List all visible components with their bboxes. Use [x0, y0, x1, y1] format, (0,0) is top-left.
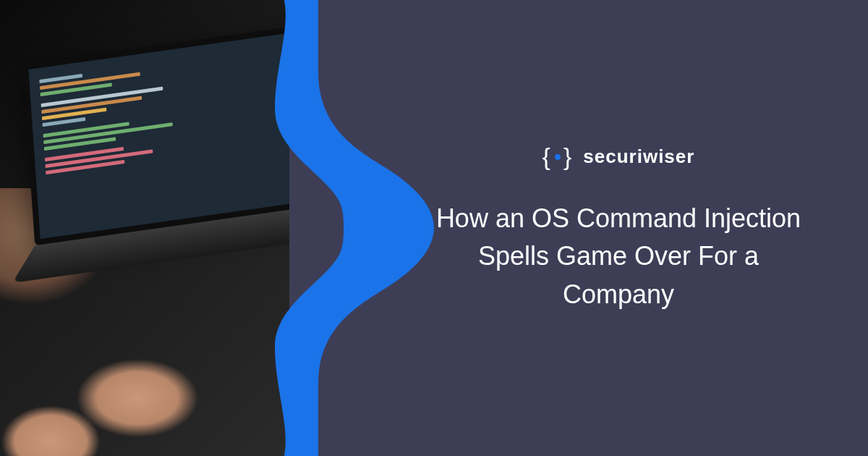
brand-name: securiwiser	[583, 145, 694, 168]
hero-photo	[0, 0, 289, 456]
article-title: How an OS Command Injection Spells Game …	[430, 200, 807, 313]
brace-icon: {}	[542, 143, 574, 171]
photo-hands	[0, 195, 289, 456]
content-panel: {} securiwiser How an OS Command Injecti…	[391, 0, 868, 456]
brand-logo: {} securiwiser	[542, 143, 695, 171]
logo-dot-icon	[555, 154, 561, 160]
banner-card: {} securiwiser How an OS Command Injecti…	[0, 0, 868, 456]
